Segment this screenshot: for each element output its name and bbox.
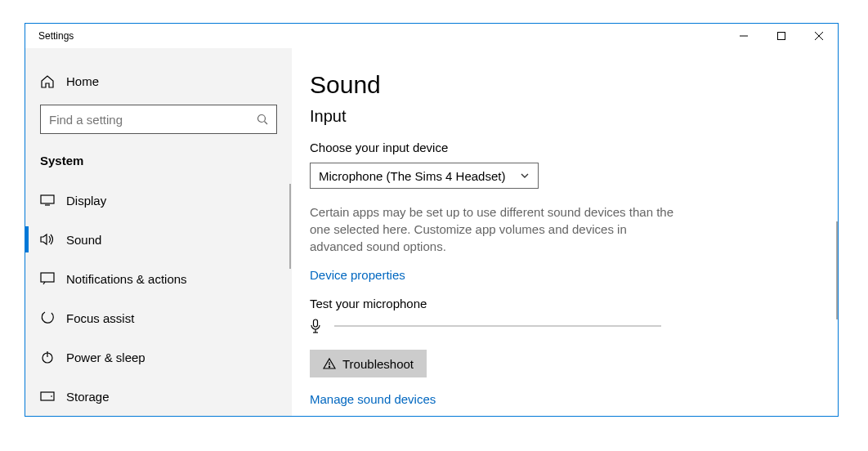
sidebar-item-focus-assist[interactable]: Focus assist bbox=[25, 298, 291, 337]
home-label: Home bbox=[66, 74, 99, 88]
sidebar-item-label: Display bbox=[66, 194, 106, 208]
sidebar-item-label: Sound bbox=[66, 233, 101, 247]
nav-list: Display Sound bbox=[25, 181, 291, 416]
search-icon bbox=[248, 114, 276, 125]
svg-rect-8 bbox=[41, 273, 54, 282]
input-device-value: Microphone (The Sims 4 Headset) bbox=[319, 169, 505, 183]
main-scrollbar[interactable] bbox=[836, 221, 838, 319]
minimize-button[interactable] bbox=[725, 24, 763, 48]
test-mic-row bbox=[310, 319, 820, 333]
close-icon bbox=[815, 32, 823, 40]
sidebar-item-label: Power & sleep bbox=[66, 351, 145, 364]
test-mic-label: Test your microphone bbox=[310, 297, 820, 310]
sidebar-section-title: System bbox=[25, 147, 291, 181]
titlebar: Settings bbox=[25, 24, 838, 48]
sidebar-scrollbar[interactable] bbox=[289, 184, 291, 269]
focus-assist-icon bbox=[40, 310, 60, 325]
svg-line-5 bbox=[265, 122, 268, 125]
search-box[interactable] bbox=[40, 105, 277, 134]
input-device-dropdown[interactable]: Microphone (The Sims 4 Headset) bbox=[310, 163, 539, 189]
sidebar-item-label: Storage bbox=[66, 390, 110, 404]
search-input[interactable] bbox=[41, 113, 248, 127]
microphone-icon bbox=[310, 319, 324, 333]
maximize-icon bbox=[777, 32, 785, 40]
notifications-icon bbox=[40, 272, 60, 285]
choose-input-label: Choose your input device bbox=[310, 141, 820, 154]
window-title: Settings bbox=[38, 30, 74, 42]
nav-list-wrap: Display Sound bbox=[25, 181, 291, 416]
sidebar-item-storage[interactable]: Storage bbox=[25, 377, 291, 416]
minimize-icon bbox=[740, 32, 748, 40]
sidebar: Home System bbox=[25, 48, 292, 416]
sidebar-item-power-sleep[interactable]: Power & sleep bbox=[25, 337, 291, 377]
svg-rect-1 bbox=[778, 33, 785, 40]
close-button[interactable] bbox=[800, 24, 838, 48]
troubleshoot-button[interactable]: Troubleshoot bbox=[310, 350, 427, 377]
svg-point-17 bbox=[329, 366, 329, 367]
input-description: Certain apps may be set up to use differ… bbox=[310, 203, 678, 255]
storage-icon bbox=[40, 391, 60, 401]
window-controls bbox=[725, 24, 838, 48]
warning-icon bbox=[323, 357, 336, 370]
sidebar-item-label: Focus assist bbox=[66, 311, 134, 325]
sidebar-item-sound[interactable]: Sound bbox=[25, 220, 291, 259]
mic-level-meter bbox=[334, 325, 661, 327]
sidebar-item-notifications[interactable]: Notifications & actions bbox=[25, 259, 291, 298]
svg-rect-13 bbox=[314, 319, 318, 327]
svg-point-4 bbox=[258, 115, 266, 123]
main-panel: Sound Input Choose your input device Mic… bbox=[292, 48, 838, 416]
troubleshoot-label: Troubleshoot bbox=[342, 357, 414, 371]
home-icon bbox=[40, 74, 60, 89]
manage-sound-devices-link[interactable]: Manage sound devices bbox=[310, 392, 436, 406]
sound-icon bbox=[40, 233, 60, 246]
page-title: Sound bbox=[310, 71, 820, 99]
maximize-button[interactable] bbox=[763, 24, 800, 48]
chevron-down-icon bbox=[520, 171, 530, 181]
power-icon bbox=[40, 350, 60, 364]
home-button[interactable]: Home bbox=[25, 68, 291, 95]
sidebar-item-display[interactable]: Display bbox=[25, 181, 291, 220]
svg-rect-6 bbox=[41, 195, 54, 203]
display-icon bbox=[40, 194, 60, 206]
device-properties-link[interactable]: Device properties bbox=[310, 268, 405, 282]
section-title: Input bbox=[310, 107, 820, 126]
sidebar-item-label: Notifications & actions bbox=[66, 272, 187, 286]
window-body: Home System bbox=[25, 48, 838, 416]
search-wrap bbox=[25, 95, 291, 147]
settings-window: Settings Home bbox=[25, 23, 839, 417]
